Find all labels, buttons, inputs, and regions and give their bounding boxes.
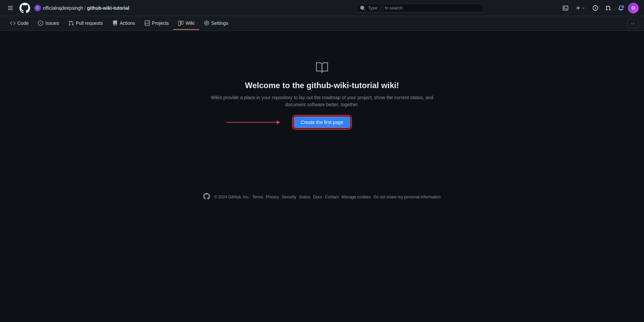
footer-link-manage-cookies[interactable]: Manage cookies [341,195,371,199]
search-kbd: / [379,5,384,11]
arrow-line [226,122,280,123]
hamburger-icon [8,5,13,11]
create-button-wrapper: Create the first page [293,116,351,128]
main-content: Welcome to the github-wiki-tutorial wiki… [0,31,644,158]
welcome-description: Wikis provide a place in your repository… [205,94,439,108]
settings-icon [204,20,209,26]
issues-button[interactable] [590,3,601,13]
search-text: Type / to search [368,5,480,10]
topnav-left: O officialrajdeepsingh / github-wiki-tut… [5,3,280,13]
nav-issues-label: Issues [45,20,59,26]
breadcrumb-separator: / [85,5,86,11]
annotation-arrow [226,122,280,123]
footer-github-logo [203,193,210,201]
actions-icon [112,20,118,26]
nav-code-label: Code [17,20,29,26]
git-pull-request-icon [605,5,611,11]
code-icon [10,20,15,26]
search-icon [360,5,365,11]
github-mark-icon [19,3,30,13]
plus-icon [576,5,581,11]
notifications-button[interactable] [615,3,627,13]
search-bar[interactable]: Type / to search [356,4,484,12]
nav-projects-label: Projects [152,20,169,26]
footer-link-terms[interactable]: Terms [252,195,263,199]
topnav: O officialrajdeepsingh / github-wiki-tut… [0,0,644,16]
wiki-icon [178,20,183,26]
hamburger-button[interactable] [5,4,15,12]
nav-pulls-label: Pull requests [76,20,103,26]
footer-copyright: © 2024 GitHub, Inc. [214,195,250,199]
footer-link-security[interactable]: Security [282,195,296,199]
pr-icon [68,20,74,26]
nav-item-settings[interactable]: Settings [199,17,233,30]
breadcrumb-repo[interactable]: github-wiki-tutorial [87,5,129,11]
nav-item-code[interactable]: Code [5,17,33,30]
bell-icon [618,5,624,11]
footer-link-privacy-settings[interactable]: Do not share my personal information [373,195,440,199]
terminal-button[interactable] [560,3,571,13]
nav-settings-label: Settings [211,20,228,26]
nav-item-actions[interactable]: Actions [108,17,140,30]
breadcrumb-username: officialrajdeepsingh [43,5,83,11]
footer: © 2024 GitHub, Inc. Terms Privacy Securi… [0,185,644,211]
nav-wiki-label: Wiki [185,20,194,26]
user-avatar-button[interactable]: O [628,3,639,13]
nav-item-issues[interactable]: Issues [33,17,63,30]
nav-item-projects[interactable]: Projects [140,17,174,30]
issues-icon [38,20,43,26]
footer-link-contact[interactable]: Contact [325,195,339,199]
footer-link-privacy[interactable]: Privacy [266,195,279,199]
create-first-page-button[interactable]: Create the first page [293,116,351,128]
nav-item-wiki[interactable]: Wiki [173,17,199,30]
projects-icon [145,20,150,26]
welcome-title: Welcome to the github-wiki-tutorial wiki… [245,81,399,90]
issue-opened-icon [593,5,598,11]
nav-item-pulls[interactable]: Pull requests [64,17,108,30]
create-button[interactable] [573,3,588,13]
footer-link-docs[interactable]: Docs [313,195,322,199]
chevron-down-icon [582,6,585,10]
more-options-button[interactable]: ··· [627,19,639,28]
terminal-icon [563,5,568,11]
pull-requests-button[interactable] [602,3,614,13]
breadcrumb: O officialrajdeepsingh / github-wiki-tut… [34,5,129,11]
avatar: O [34,5,41,11]
topnav-center: Type / to search [283,4,557,12]
footer-link-status[interactable]: Status [299,195,310,199]
topnav-right: O [560,3,639,13]
repo-nav: Code Issues Pull requests Actions Projec… [0,16,644,31]
breadcrumb-user[interactable]: O officialrajdeepsingh [34,5,83,11]
nav-actions-label: Actions [120,20,135,26]
github-logo[interactable] [19,3,30,13]
wiki-empty-icon [315,61,329,75]
